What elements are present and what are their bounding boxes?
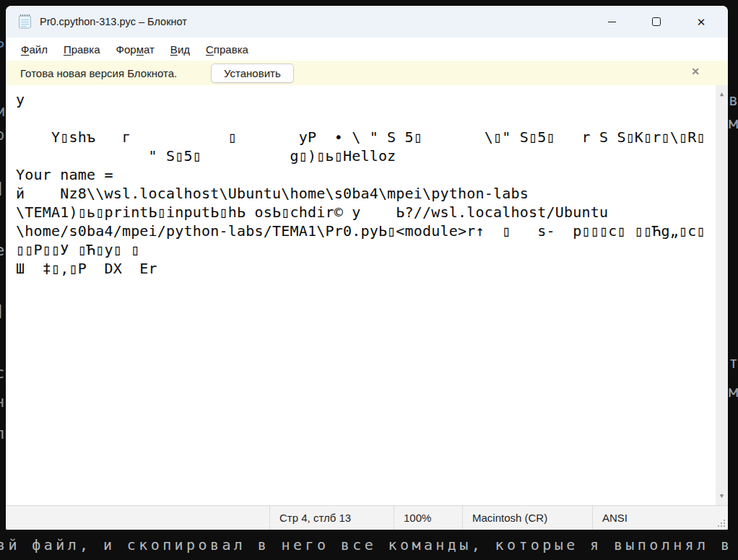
editor-line: " S▯5▯ g▯)▯ь▯Helloz [16,146,713,165]
background-text-fragment: р [0,127,4,143]
background-text-fragment: м [729,384,738,400]
status-line-ending[interactable]: Macintosh (CR) [462,506,592,530]
background-text-fragment: м [0,103,4,119]
status-zoom-level[interactable]: 100% [394,506,462,530]
scroll-down-icon[interactable]: ▼ [716,493,728,499]
editor-line: Y▯shъ г ▯ уР • \ " S 5▯ \▯" S▯5▯ r S S▯K… [16,128,713,146]
editor-line: \home/s0ba4/mpei/python-labs/TEMA1\Pr0.p… [16,222,713,240]
minimize-button[interactable] [589,6,634,38]
window-title: Pr0.cpython-313.pyc – Блокнот [40,16,187,27]
background-text-fragment: л [0,426,4,442]
notepad-app-icon [17,14,32,30]
background-text-fragment: с [0,365,4,381]
minimize-icon [608,22,616,22]
background-text-fragment: в [729,92,738,108]
menu-item-file[interactable]: Файл [13,43,56,56]
editor-line: ▯▯Р▯▯У ▯Ћ▯у▯ ▯ [16,240,713,259]
background-text-fragment: ] [0,180,4,196]
maximize-icon [652,17,661,26]
status-bar: Стр 4, стлб 13 100% Macintosh (CR) ANSI [6,505,728,530]
close-button[interactable]: ✕ [679,6,724,38]
background-text-fragment: е [0,242,4,258]
maximize-button[interactable] [634,6,679,38]
editor-line [16,109,713,128]
background-text-fragment: м [729,115,738,131]
vertical-scrollbar[interactable]: ▲ ▼ [716,85,728,505]
notepad-window: Pr0.cpython-313.pyc – Блокнот ✕ Файл Пра… [6,6,728,530]
text-editor[interactable]: у Y▯shъ г ▯ уР • \ " S 5▯ \▯" S▯5▯ r S S… [6,85,728,505]
update-notification-bar: Готова новая версия Блокнота. Установить… [6,61,728,85]
menu-item-help[interactable]: Справка [198,43,256,56]
window-controls: ✕ [589,6,724,38]
editor-line: й Nz8\\wsl.localhost\Ubuntu\home\s0ba4\m… [16,184,713,203]
background-text-fragment: Ь [0,35,4,51]
background-terminal-text: вй файл, и скопировал в него все команды… [0,534,732,556]
editor-line: у [16,90,713,109]
title-bar[interactable]: Pr0.cpython-313.pyc – Блокнот ✕ [6,6,728,38]
scroll-up-icon[interactable]: ▲ [716,91,728,97]
menu-item-format[interactable]: Формат [108,43,162,56]
status-cursor-position: Стр 4, стлб 13 [269,506,394,530]
background-text-fragment: т [729,355,738,371]
menu-item-view[interactable]: Вид [162,43,198,56]
notification-close-icon[interactable]: ✕ [689,66,702,76]
editor-line: \TEMA1)▯ь▯printЬ▯inputЬ▯hЬ osЬ▯chdir© у … [16,203,713,222]
close-icon: ✕ [697,17,706,27]
editor-line: Ш ‡▯,▯Р DX Er [16,259,713,278]
menu-item-edit[interactable]: Правка [56,43,108,56]
install-button[interactable]: Установить [211,64,294,83]
background-text-fragment: ] [0,303,4,319]
update-message: Готова новая версия Блокнота. [20,67,177,79]
editor-line: Your name = [16,165,713,184]
status-encoding[interactable]: ANSI [592,506,728,530]
menu-bar: Файл Правка Формат Вид Справка [6,38,728,61]
background-text-fragment: н [0,394,4,410]
resize-grip[interactable] [717,519,726,528]
